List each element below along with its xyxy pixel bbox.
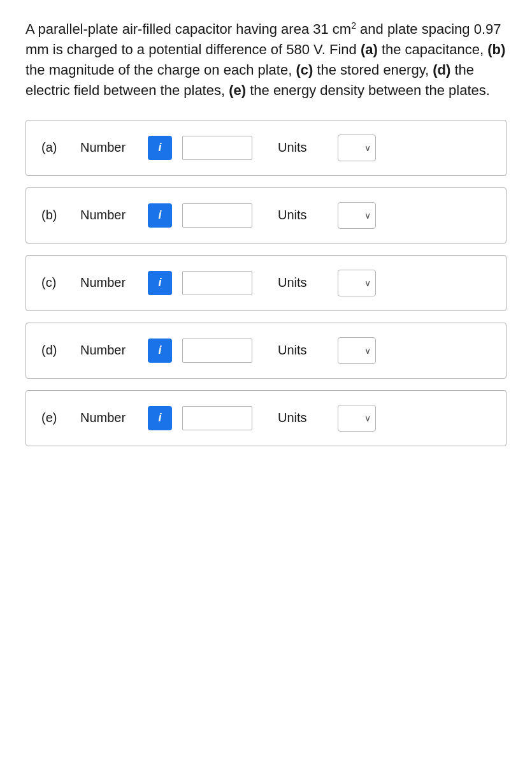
- number-input-a[interactable]: [182, 136, 252, 160]
- number-label-e: Number: [80, 411, 138, 425]
- units-select-wrapper-a: FpFnFμF∨: [338, 135, 376, 161]
- number-input-e[interactable]: [182, 406, 252, 430]
- part-label-d: (d): [41, 343, 70, 358]
- part-label-a: (a): [41, 140, 70, 155]
- number-input-b[interactable]: [182, 203, 252, 228]
- units-select-a[interactable]: FpFnFμF: [338, 135, 376, 161]
- answer-row-d: (d)NumberiUnitsV/mkV/mMV/m∨: [25, 323, 507, 379]
- units-label-c: Units: [278, 275, 322, 290]
- info-button-b[interactable]: i: [148, 203, 172, 228]
- number-label-a: Number: [80, 140, 138, 155]
- number-label-b: Number: [80, 208, 138, 222]
- units-label-d: Units: [278, 343, 322, 358]
- info-button-d[interactable]: i: [148, 339, 172, 363]
- units-select-wrapper-b: CμCnCpC∨: [338, 202, 376, 229]
- answer-row-a: (a)NumberiUnitsFpFnFμF∨: [25, 120, 507, 176]
- units-select-b[interactable]: CμCnCpC: [338, 202, 376, 229]
- part-label-b: (b): [41, 208, 70, 222]
- units-label-e: Units: [278, 411, 322, 425]
- units-label-a: Units: [278, 140, 322, 155]
- units-select-wrapper-e: J/m³mJ/m³μJ/m³∨: [338, 405, 376, 432]
- units-select-wrapper-c: JmJμJnJ∨: [338, 270, 376, 296]
- part-label-c: (c): [41, 275, 70, 290]
- units-select-d[interactable]: V/mkV/mMV/m: [338, 337, 376, 364]
- info-button-c[interactable]: i: [148, 271, 172, 295]
- units-select-wrapper-d: V/mkV/mMV/m∨: [338, 337, 376, 364]
- number-label-c: Number: [80, 275, 138, 290]
- part-label-e: (e): [41, 411, 70, 425]
- units-select-c[interactable]: JmJμJnJ: [338, 270, 376, 296]
- number-input-c[interactable]: [182, 271, 252, 295]
- info-button-a[interactable]: i: [148, 136, 172, 160]
- number-label-d: Number: [80, 343, 138, 358]
- answer-row-c: (c)NumberiUnitsJmJμJnJ∨: [25, 255, 507, 311]
- units-label-b: Units: [278, 208, 322, 222]
- units-select-e[interactable]: J/m³mJ/m³μJ/m³: [338, 405, 376, 432]
- info-button-e[interactable]: i: [148, 406, 172, 430]
- number-input-d[interactable]: [182, 339, 252, 363]
- problem-statement: A parallel-plate air-filled capacitor ha…: [25, 19, 507, 101]
- answer-row-e: (e)NumberiUnitsJ/m³mJ/m³μJ/m³∨: [25, 390, 507, 446]
- answer-row-b: (b)NumberiUnitsCμCnCpC∨: [25, 187, 507, 244]
